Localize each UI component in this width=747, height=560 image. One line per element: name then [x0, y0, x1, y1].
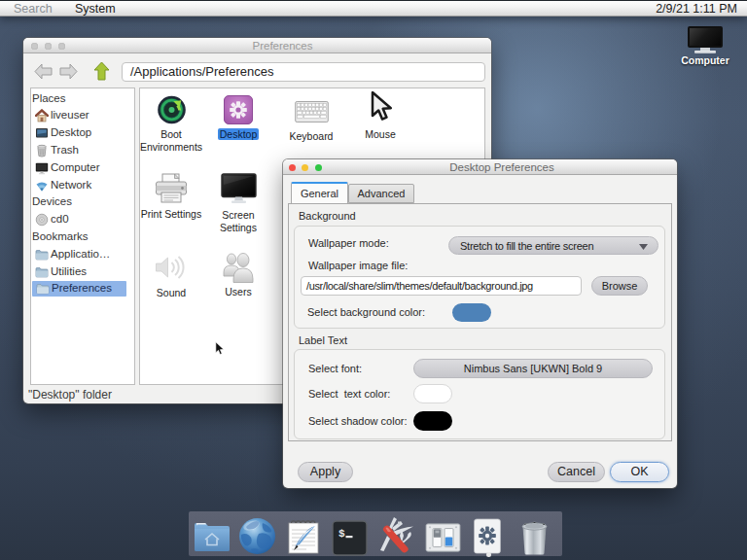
- svg-text:$: $: [338, 528, 345, 540]
